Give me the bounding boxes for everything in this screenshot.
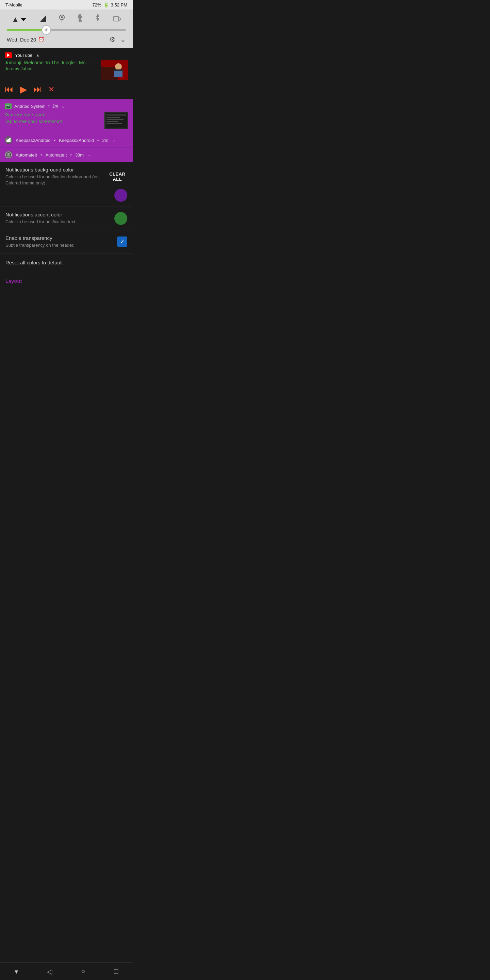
android-system-icon: 📷	[5, 103, 11, 109]
youtube-content-row: Jumanji: Welcome To The Jungle - Mo… Jer…	[5, 60, 128, 80]
automateit-time: 38m	[75, 153, 84, 158]
quick-settings-panel: ▲ ✳ Wed, Dec 20 ⏰	[0, 10, 133, 48]
svg-point-29	[8, 154, 9, 156]
brightness-thumb[interactable]: ✳	[41, 25, 51, 35]
carrier-text: T-Mobile	[5, 2, 22, 8]
transparency-checkbox[interactable]: ✓	[117, 237, 127, 247]
system-app-name: Android System	[14, 104, 46, 109]
system-notif-time-value: 2m	[52, 104, 58, 108]
keepass-separator: •	[54, 138, 56, 143]
svg-rect-18	[107, 114, 126, 116]
svg-rect-26	[9, 138, 11, 142]
settings-gear-icon[interactable]: ⚙	[109, 35, 115, 43]
wifi-icon[interactable]: ▲	[11, 15, 28, 24]
bg-color-title: Notifications background color	[5, 167, 108, 172]
svg-rect-20	[107, 119, 124, 120]
system-notification[interactable]: 📷 Android System • 2m ⌄ Screenshot saved…	[0, 99, 133, 133]
youtube-text-area: Jumanji: Welcome To The Jungle - Mo… Jer…	[5, 60, 101, 71]
brightness-slider[interactable]: ✳	[7, 29, 126, 30]
keepass-app-name2: Keepass2Android	[59, 138, 94, 143]
accent-color-setting[interactable]: Notifications accent color Color to be u…	[0, 207, 133, 230]
battery-text: 72%	[92, 2, 102, 8]
accent-color-title: Notifications accent color	[5, 212, 109, 218]
automateit-notification[interactable]: AutomateIt • AutomateIt • 38m ⌄	[0, 147, 133, 162]
automateit-time-sep: •	[70, 153, 72, 158]
youtube-thumbnail[interactable]	[101, 60, 128, 80]
date-row: Wed, Dec 20 ⏰ ⚙ ⌄	[5, 33, 127, 45]
clear-all-button[interactable]: CLEAR ALL	[108, 172, 127, 182]
transparency-setting[interactable]: Enable transparency Subtle transparency …	[0, 231, 133, 253]
settings-area: Notifications background color Color to …	[0, 162, 133, 287]
svg-rect-19	[107, 117, 120, 118]
automateit-expand-icon[interactable]: ⌄	[88, 153, 91, 157]
brightness-thumb-icon: ✳	[44, 27, 48, 33]
youtube-notif-header: YouTube ▲	[5, 52, 128, 58]
keepass-time: 2m	[102, 138, 108, 143]
bg-color-swatch[interactable]	[115, 189, 127, 202]
youtube-logo-icon	[5, 52, 12, 58]
keepass-notification[interactable]: Keepass2Android • Keepass2Android • 2m ⌄	[0, 133, 133, 147]
flashlight-icon[interactable]	[77, 14, 83, 24]
accent-color-row: Notifications accent color Color to be u…	[5, 212, 127, 225]
bluetooth-icon[interactable]	[95, 14, 100, 24]
reset-setting[interactable]: Reset all colors to default	[0, 253, 133, 272]
alarm-icon: ⏰	[38, 37, 45, 43]
svg-rect-14	[115, 70, 123, 77]
keepass-expand-icon[interactable]: ⌄	[112, 138, 115, 143]
status-bar: T-Mobile 72% 🔋 3:52 PM	[0, 0, 133, 10]
accent-color-desc: Color to be used for notification text.	[5, 219, 109, 225]
accent-color-swatch[interactable]	[115, 212, 127, 225]
svg-rect-24	[6, 140, 8, 142]
youtube-expand-icon[interactable]: ▲	[36, 53, 40, 57]
system-notif-body: Tap to see your screenshot	[5, 119, 104, 124]
svg-marker-0	[21, 18, 27, 21]
bg-color-row: Notifications background color Color to …	[5, 167, 127, 186]
youtube-notif-title: Jumanji: Welcome To The Jungle - Mo…	[5, 60, 101, 65]
brightness-track	[7, 29, 126, 30]
automateit-icon	[5, 151, 12, 159]
svg-marker-2	[40, 15, 46, 22]
reset-label: Reset all colors to default	[5, 259, 63, 266]
svg-rect-21	[107, 121, 118, 122]
layout-section: Layout	[0, 272, 133, 287]
accent-color-text-area: Notifications accent color Color to be u…	[5, 212, 109, 225]
cup-icon	[113, 14, 121, 24]
battery-icon: 🔋	[103, 2, 109, 8]
time-text: 3:52 PM	[111, 2, 127, 8]
youtube-notif-subtitle: Jeremy Jahns	[5, 66, 101, 71]
youtube-notification[interactable]: YouTube ▲ Jumanji: Welcome To The Jungle…	[0, 48, 133, 99]
automateit-separator: •	[40, 153, 42, 158]
system-expand-icon[interactable]: ⌄	[62, 104, 65, 108]
bg-color-desc: Color to be used for notification backgr…	[5, 174, 108, 186]
system-notif-header: 📷 Android System • 2m ⌄	[5, 103, 128, 109]
automateit-app-name2: AutomateIt	[45, 153, 67, 158]
location-icon[interactable]	[59, 14, 65, 24]
system-notif-title: Screenshot saved	[5, 111, 104, 118]
automateit-app-name: AutomateIt	[16, 153, 37, 158]
signal-icon	[40, 15, 46, 24]
bg-color-text-area: Notifications background color Color to …	[5, 167, 127, 186]
checkmark-icon: ✓	[120, 238, 125, 245]
bg-color-setting[interactable]: Notifications background color Color to …	[0, 162, 133, 207]
date-text: Wed, Dec 20 ⏰	[7, 37, 45, 43]
transparency-text-area: Enable transparency Subtle transparency …	[5, 235, 111, 248]
close-button[interactable]: ✕	[48, 85, 54, 94]
next-button[interactable]: ⏭	[33, 84, 42, 95]
prev-button[interactable]: ⏮	[5, 84, 14, 95]
keepass-app-name: Keepass2Android	[16, 138, 51, 143]
play-button[interactable]: ▶	[20, 84, 27, 95]
keepass-time-sep: •	[97, 138, 99, 143]
date-label: Wed, Dec 20	[7, 37, 36, 43]
chevron-down-icon[interactable]: ⌄	[120, 35, 126, 43]
transparency-title: Enable transparency	[5, 235, 111, 241]
layout-header: Layout	[5, 278, 127, 284]
bg-color-text-group: Notifications background color Color to …	[5, 167, 108, 186]
system-text-area: Screenshot saved Tap to see your screens…	[5, 111, 104, 124]
svg-rect-6	[79, 14, 81, 16]
screenshot-thumbnail[interactable]	[104, 111, 128, 129]
brightness-row[interactable]: ✳	[5, 27, 127, 33]
date-actions: ⚙ ⌄	[109, 35, 126, 43]
svg-rect-15	[114, 69, 123, 71]
youtube-app-name: YouTube	[15, 53, 32, 58]
system-content-row: Screenshot saved Tap to see your screens…	[5, 111, 128, 129]
